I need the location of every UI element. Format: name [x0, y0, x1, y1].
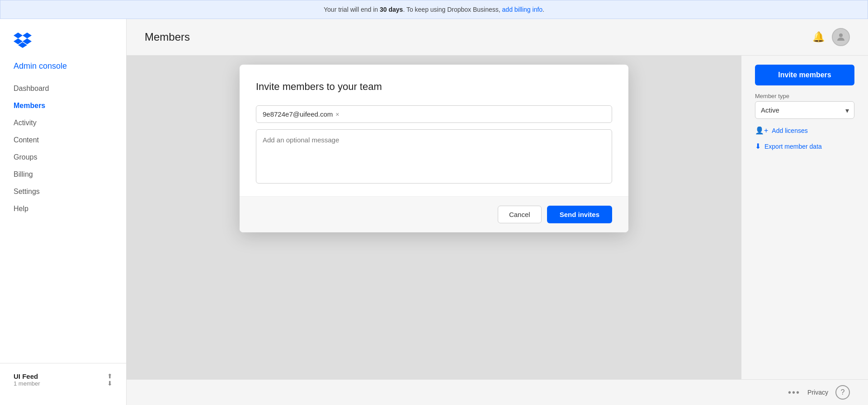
content-area: Invite members to your team 9e8724e7@uif… — [127, 56, 741, 379]
modal-footer: Cancel Send invites — [240, 196, 628, 232]
sidebar-item-help[interactable]: Help — [0, 200, 126, 217]
export-member-data-link[interactable]: ⬇ Export member data — [755, 142, 854, 151]
more-options-icon[interactable]: ••• — [788, 387, 800, 398]
member-type-section: Member type Active Viewer Limited — [755, 93, 854, 119]
add-licenses-label: Add licenses — [772, 127, 807, 134]
workspace-chevron-icon[interactable]: ⬆⬇ — [107, 372, 113, 387]
avatar[interactable] — [832, 28, 850, 46]
message-textarea[interactable] — [256, 129, 612, 184]
page-row: Invite members to your team 9e8724e7@uif… — [127, 56, 868, 379]
trial-banner: Your trial will end in 30 days. To keep … — [0, 0, 868, 19]
privacy-link[interactable]: Privacy — [807, 389, 828, 396]
workspace-name: UI Feed — [14, 372, 40, 380]
dropbox-logo-icon — [14, 33, 32, 48]
workspace-members: 1 member — [14, 380, 40, 387]
member-type-select[interactable]: Active Viewer Limited — [755, 101, 854, 119]
add-licenses-link[interactable]: 👤+ Add licenses — [755, 126, 854, 135]
trial-days: 30 days — [380, 6, 403, 13]
billing-info-link[interactable]: add billing info — [502, 6, 543, 13]
member-type-select-wrapper: Active Viewer Limited — [755, 101, 854, 119]
bottom-bar: ••• Privacy ? — [127, 379, 868, 405]
trial-text-suffix: . — [542, 6, 544, 13]
page-title: Members — [145, 31, 190, 43]
svg-point-0 — [839, 33, 843, 37]
sidebar-item-members[interactable]: Members — [0, 97, 126, 114]
sidebar-item-dashboard[interactable]: Dashboard — [0, 80, 126, 97]
topbar: Members 🔔 — [127, 19, 868, 56]
add-licenses-icon: 👤+ — [755, 126, 768, 135]
sidebar: Admin console Dashboard Members Activity… — [0, 19, 127, 405]
sidebar-logo — [0, 28, 126, 61]
main-content: Members 🔔 Invite members — [127, 19, 868, 405]
sidebar-admin-link[interactable]: Admin console — [0, 61, 126, 80]
bell-icon[interactable]: 🔔 — [812, 31, 825, 43]
export-data-label: Export member data — [764, 143, 822, 150]
email-input-container[interactable]: 9e8724e7@uifeed.com × — [256, 105, 612, 123]
sidebar-item-activity[interactable]: Activity — [0, 114, 126, 132]
member-type-label: Member type — [755, 93, 854, 99]
send-invites-button[interactable]: Send invites — [547, 206, 612, 223]
sidebar-item-groups[interactable]: Groups — [0, 149, 126, 166]
topbar-actions: 🔔 — [812, 28, 850, 46]
email-chip: 9e8724e7@uifeed.com × — [263, 110, 340, 118]
sidebar-nav: Dashboard Members Activity Content Group… — [0, 80, 126, 363]
trial-text-middle: . To keep using Dropbox Business, — [403, 6, 502, 13]
invite-modal: Invite members to your team 9e8724e7@uif… — [240, 65, 628, 232]
invite-members-button[interactable]: Invite members — [755, 65, 854, 85]
sidebar-item-content[interactable]: Content — [0, 132, 126, 149]
admin-console-link[interactable]: Admin console — [14, 61, 67, 71]
right-panel: Invite members Member type Active Viewer… — [741, 56, 868, 379]
trial-text-prefix: Your trial will end in — [324, 6, 380, 13]
email-chip-value: 9e8724e7@uifeed.com — [263, 110, 333, 118]
bottom-bar-items: ••• Privacy ? — [788, 385, 850, 400]
export-data-icon: ⬇ — [755, 142, 761, 151]
modal-title: Invite members to your team — [256, 81, 612, 93]
sidebar-item-settings[interactable]: Settings — [0, 183, 126, 200]
sidebar-footer: UI Feed 1 member ⬆⬇ — [0, 363, 126, 396]
cancel-button[interactable]: Cancel — [498, 206, 542, 223]
modal-body: Invite members to your team 9e8724e7@uif… — [240, 65, 628, 196]
help-icon[interactable]: ? — [835, 385, 850, 400]
email-chip-close-icon[interactable]: × — [335, 111, 339, 118]
sidebar-item-billing[interactable]: Billing — [0, 166, 126, 183]
modal-overlay: Invite members to your team 9e8724e7@uif… — [127, 56, 741, 379]
